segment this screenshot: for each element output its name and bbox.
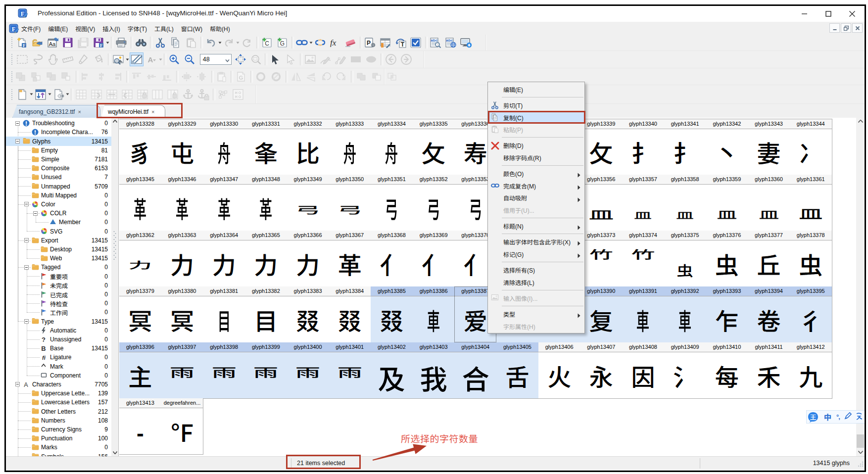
menu-insert[interactable]: 插入(I) [99,22,123,35]
menu-item-标记g[interactable]: 标记(G) [488,248,584,260]
undo-dropdown[interactable] [218,36,222,49]
tree-item-troubleshooting[interactable]: Troubleshooting0 [6,119,111,128]
tree-item-member[interactable]: Member0 [6,218,111,227]
glyph-cell-glyph13364[interactable]: glyph13364力 [203,231,245,287]
glyph-cell-glyph13348[interactable]: glyph13348革 [245,175,288,231]
tree-item-simple[interactable]: Simple7181 [6,155,111,164]
scrollbar-thumb[interactable] [857,434,864,448]
cut-button[interactable] [153,36,167,49]
glyph-cell-glyph13385[interactable]: glyph13385叕 [371,286,413,343]
tree-item-composite[interactable]: Composite6153 [6,164,111,173]
menu-item-完成复合m[interactable]: 完成复合(M) [488,180,584,192]
tree-item-characters[interactable]: ACharacters7705 [6,380,111,389]
install-font-button[interactable] [459,36,473,49]
complete-composites-button[interactable] [295,36,309,49]
tree-item-marks[interactable]: Marks0 [6,443,111,452]
tree-collapse-icon[interactable] [15,139,20,143]
glyph-cell-glyph13328[interactable]: glyph13328豸 [119,119,162,175]
glyph-cell-glyph13405[interactable]: glyph13405舌 [496,342,539,399]
glyph-cell-glyph13398[interactable]: glyph13398雨 [203,342,245,399]
menu-item-选择所有s[interactable]: 选择所有(S) [488,264,584,276]
menu-item-编辑e[interactable]: 编辑(E) [488,83,584,95]
splitter-grip[interactable] [113,229,117,263]
font-size-tool-dropdown[interactable] [158,52,163,66]
glyph-cell-glyph13407[interactable]: glyph13407永 [580,342,623,399]
zoom-level-combobox[interactable]: 48 [200,54,232,65]
glyph-cell-glyph13334[interactable]: glyph13334舟 [371,119,413,175]
tree-item-base[interactable]: BBase13415 [6,344,111,353]
tree-item-desktop[interactable]: Desktop13415 [6,245,111,254]
tree-item-unmapped[interactable]: Unmapped5709 [6,182,111,191]
tree-item-export[interactable]: Export13415 [6,236,111,245]
glyph-cell-glyph13382[interactable]: glyph13382目 [245,286,288,343]
save-as-button[interactable]: F [92,36,105,49]
tree-item-待检查[interactable]: 待检查0 [6,299,111,308]
tree-item-mark[interactable]: Mark0 [6,362,111,371]
glyph-cell-glyph13384[interactable]: glyph13384叕 [329,286,371,343]
glyph-properties-button[interactable] [379,36,392,49]
tree-item-svg[interactable]: SVG0 [6,227,111,236]
menu-window[interactable]: 窗口(W) [178,22,205,35]
menu-file[interactable]: 文件(F) [18,22,44,35]
minimize-button[interactable] [797,8,812,20]
glyph-cell-glyph13366[interactable]: glyph13366力 [287,231,330,287]
glyph-cell-glyph13376[interactable]: glyph13376虫 [706,231,749,287]
preview-image-dropdown[interactable] [125,52,130,66]
glyph-cell-glyph13343[interactable]: glyph13343妻 [748,119,790,175]
glyph-cell-glyph13357[interactable]: glyph13357皿 [622,175,665,231]
tree-item-工作间[interactable]: 工作间0 [6,308,111,317]
glyph-cell-glyph13408[interactable]: glyph13408因 [622,342,665,399]
glyph-cell-glyph13393[interactable]: glyph13393乍 [706,286,749,343]
glyph-cell-glyph13339[interactable]: glyph13339攵 [580,119,623,175]
zoom-fit-button[interactable] [234,52,247,66]
mdi-minimize-button[interactable] [829,23,840,33]
tree-item-multi-mapped[interactable]: Multi Mapped0 [6,191,111,200]
glyph-cell-glyph13342[interactable]: glyph13342丶 [706,119,749,175]
glyph-cell-glyph13349[interactable]: glyph13349弓 [287,175,330,231]
glyph-cell-glyph13400[interactable]: glyph13400雨 [287,342,330,399]
glyph-cell-glyph13412[interactable]: glyph13412九 [790,342,832,399]
ime-pen-icon[interactable] [844,412,852,422]
zoom-out-button[interactable] [183,52,196,66]
glyph-cell-glyph13390[interactable]: glyph13390复 [580,286,623,343]
glyph-cell-glyph13409[interactable]: glyph13409氵 [664,342,707,399]
glyph-cell-glyph13383[interactable]: glyph13383叕 [287,286,330,343]
glyph-cell-glyph13329[interactable]: glyph13329屯 [161,119,204,175]
tree-item-uppercase-lette-[interactable]: Uppercase Lette...139 [6,389,111,398]
preview-image-button[interactable] [111,52,125,66]
menu-edit[interactable]: 编辑(E) [45,22,71,35]
glyph-cell-glyph13362[interactable]: glyph13362力 [119,231,162,287]
glyph-cell-glyph13391[interactable]: glyph13391車 [622,286,665,343]
new-glyph-button[interactable] [15,88,29,101]
tree-item-color[interactable]: Color0 [6,200,111,209]
new-font-button[interactable]: F [15,36,29,49]
tree-item-unassigned[interactable]: ?Unassigned0 [6,335,111,344]
redo-dropdown[interactable] [236,36,240,49]
ime-wang-icon[interactable]: 王 [808,412,819,423]
tree-collapse-icon[interactable] [24,202,29,206]
glyph-cell-glyph13413[interactable]: glyph13413- [119,398,162,455]
glyph-cell-glyph13345[interactable]: glyph13345革 [119,175,162,231]
glyph-transformer-button[interactable]: T [394,36,408,49]
sidebar-scrollbar[interactable] [111,118,118,456]
glyph-cell-glyph13378[interactable]: glyph13378虫 [790,231,832,287]
combo-dropdown-icon[interactable] [225,56,230,65]
glyph-cell-glyph13358[interactable]: glyph13358皿 [664,175,707,231]
mdi-restore-button[interactable] [841,23,851,33]
glyph-cell-glyph13341[interactable]: glyph13341扌 [664,119,707,175]
resize-grip[interactable] [857,460,864,469]
menu-item-移除字码点r[interactable]: 移除字码点(R) [488,151,584,164]
tree-item-numbers[interactable]: Numbers108 [6,416,111,426]
zoom-in-button[interactable] [167,52,181,66]
glyph-cell-glyph13386[interactable]: glyph13386車 [413,286,455,343]
glyph-cell-glyph13347[interactable]: glyph13347革 [203,175,245,231]
tree-item-tagged[interactable]: Tagged0 [6,263,111,272]
glyph-cell-degreefahren...[interactable]: degreefahren...℉ [161,398,204,455]
glyph-cell-glyph13350[interactable]: glyph13350弓 [329,175,371,231]
tree-item-unused[interactable]: Unused7 [6,173,111,182]
close-button[interactable] [845,8,860,20]
tree-item-empty[interactable]: Empty81 [6,146,111,155]
tree-collapse-icon[interactable] [24,319,29,324]
tree-collapse-icon[interactable] [15,382,20,386]
glyph-cell-glyph13392[interactable]: glyph13392車 [664,286,707,343]
